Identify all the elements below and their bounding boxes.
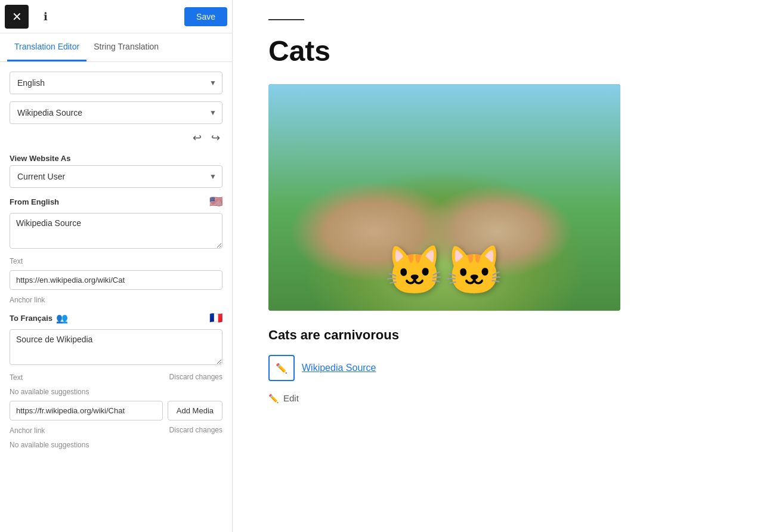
- to-no-suggestions-anchor: No available suggestions: [10, 441, 222, 449]
- wiki-edit-icon-button[interactable]: ✏️: [268, 355, 295, 381]
- to-no-suggestions: No available suggestions: [10, 388, 222, 396]
- to-section-header: To Français 👥 🇫🇷: [10, 311, 222, 324]
- edit-label: Edit: [283, 393, 299, 403]
- right-panel: Cats Cats are carnivorous ✏️ Wikipedia S…: [233, 0, 779, 532]
- page-title: Cats: [268, 35, 743, 67]
- to-text-label-row: Text Discard changes: [10, 372, 222, 382]
- to-text-label: Text: [10, 373, 23, 382]
- to-anchor-input[interactable]: [10, 401, 163, 420]
- from-anchor-label: Anchor link: [10, 296, 222, 304]
- close-button[interactable]: ✕: [5, 5, 29, 29]
- from-text-label: Text: [10, 257, 222, 265]
- redo-button[interactable]: ↪: [209, 129, 222, 147]
- from-section-header: From English 🇺🇸: [10, 195, 222, 208]
- from-text-area-wrap: Wikipedia Source: [10, 213, 222, 251]
- close-icon: ✕: [12, 10, 22, 24]
- to-anchor-label-row: Anchor link Discard changes: [10, 425, 222, 435]
- french-flag: 🇫🇷: [209, 311, 222, 324]
- to-discard-anchor-link[interactable]: Discard changes: [169, 426, 222, 434]
- info-button[interactable]: ℹ: [33, 5, 57, 29]
- cats-subtitle: Cats are carnivorous: [268, 327, 743, 343]
- tab-translation-editor[interactable]: Translation Editor: [7, 33, 86, 61]
- left-panel: ✕ ℹ Save Translation Editor String Trans…: [0, 0, 233, 532]
- collab-icon: 👥: [56, 313, 68, 324]
- to-section: To Français 👥 🇫🇷 Source de Wikipedia Tex…: [10, 311, 222, 449]
- to-anchor-label: Anchor link: [10, 426, 45, 435]
- from-section: From English 🇺🇸 Wikipedia Source Text An…: [10, 195, 222, 304]
- to-section-label: To Français: [10, 314, 52, 323]
- view-website-label: View Website As: [10, 154, 222, 163]
- from-text-area[interactable]: Wikipedia Source: [10, 213, 222, 249]
- edit-row[interactable]: ✏️ Edit: [268, 393, 743, 403]
- to-text-area[interactable]: Source de Wikipedia: [10, 329, 222, 365]
- view-as-dropdown[interactable]: Current User Guest Admin: [10, 165, 222, 188]
- pencil-icon: ✏️: [276, 363, 288, 374]
- tab-string-translation[interactable]: String Translation: [86, 33, 166, 61]
- tab-bar: Translation Editor String Translation: [0, 33, 232, 62]
- view-as-dropdown-wrap: Current User Guest Admin ▼: [10, 165, 222, 188]
- source-dropdown-wrap: Wikipedia Source Source 2 Source 3 ▼: [10, 101, 222, 124]
- wiki-link[interactable]: Wikipedia Source: [302, 363, 376, 373]
- source-dropdown[interactable]: Wikipedia Source Source 2 Source 3: [10, 101, 222, 124]
- add-media-button[interactable]: Add Media: [168, 401, 222, 420]
- undo-button[interactable]: ↩: [190, 129, 204, 147]
- english-flag: 🇺🇸: [209, 195, 222, 208]
- panel-content: English French Spanish German ▼ Wikipedi…: [0, 62, 232, 459]
- from-anchor-input-wrap: [10, 270, 222, 290]
- wiki-link-row: ✏️ Wikipedia Source: [268, 355, 743, 381]
- save-button[interactable]: Save: [184, 7, 227, 26]
- to-discard-text-link[interactable]: Discard changes: [169, 373, 222, 381]
- language-dropdown[interactable]: English French Spanish German: [10, 72, 222, 94]
- to-anchor-input-row: Add Media: [10, 401, 222, 420]
- language-dropdown-wrap: English French Spanish German ▼: [10, 72, 222, 94]
- to-text-area-wrap: Source de Wikipedia: [10, 329, 222, 367]
- cats-image: [268, 84, 620, 311]
- view-website-section: View Website As Current User Guest Admin…: [10, 154, 222, 188]
- toolbar: ✕ ℹ Save: [0, 0, 232, 33]
- from-section-label: From English: [10, 197, 59, 206]
- edit-pencil-icon: ✏️: [268, 394, 279, 403]
- undo-redo-bar: ↩ ↪: [10, 129, 222, 147]
- info-icon: ℹ: [44, 10, 48, 23]
- page-divider: [268, 19, 304, 20]
- from-anchor-input[interactable]: [10, 270, 222, 290]
